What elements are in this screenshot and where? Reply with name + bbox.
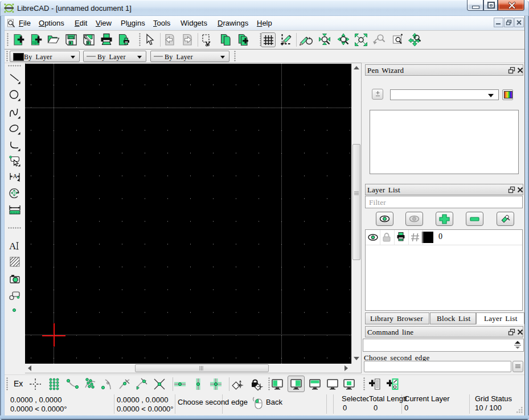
svg-text:A: A bbox=[9, 241, 17, 252]
svg-text:A: A bbox=[13, 172, 18, 179]
